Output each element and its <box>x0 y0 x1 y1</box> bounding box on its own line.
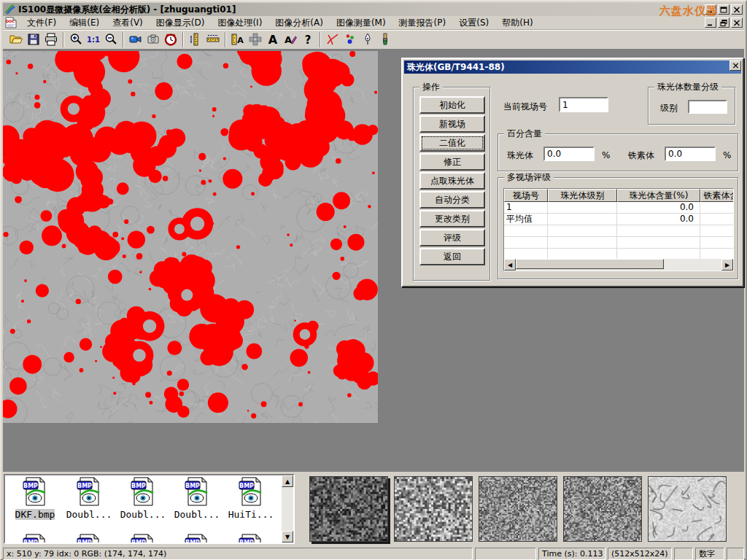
file-item-partial[interactable]: BMP <box>224 534 278 544</box>
print-icon[interactable] <box>42 31 60 48</box>
svg-text:BMP: BMP <box>239 483 254 489</box>
table-hscrollbar[interactable]: ◀▶ <box>504 259 733 271</box>
table-cell: 0.0 <box>617 202 700 213</box>
child-minimize-icon[interactable] <box>705 18 716 28</box>
zoom-out-icon[interactable] <box>102 31 120 48</box>
file-item-partial[interactable]: BMP <box>170 534 224 544</box>
document-icon[interactable]: DOC <box>4 17 18 28</box>
scroll-right-icon[interactable]: ▶ <box>721 259 733 271</box>
file-item-partial[interactable]: BMP <box>62 534 116 544</box>
pearlite-percent-input[interactable] <box>543 147 595 161</box>
workspace: 珠光体(GB/T9441-88) 操作 初始化新视场二值化修正点取珠光体自动分类… <box>3 50 744 472</box>
svg-text:BMP: BMP <box>239 540 254 545</box>
table-cell <box>700 214 734 225</box>
menu-item-8[interactable]: 测量报告(P) <box>392 16 453 30</box>
file-item[interactable]: BMPDoubl... <box>62 477 116 520</box>
camera-capture-icon[interactable] <box>144 31 162 48</box>
metallographic-image[interactable] <box>3 51 378 423</box>
minimize-icon[interactable] <box>705 4 716 15</box>
ruler-icon[interactable] <box>204 31 222 48</box>
save-icon[interactable] <box>25 31 42 48</box>
file-item[interactable]: BMPDKF.bmp <box>8 477 62 520</box>
file-item-partial[interactable]: BMP <box>8 534 62 544</box>
curve-tool-icon[interactable] <box>324 31 341 48</box>
svg-text:BMP: BMP <box>77 483 92 489</box>
op-button-2[interactable]: 新视场 <box>419 115 485 133</box>
scroll-up-icon[interactable]: ▲ <box>282 475 293 487</box>
point-picker-icon[interactable] <box>359 31 376 48</box>
caliper-icon[interactable] <box>187 31 204 48</box>
text-icon[interactable]: A <box>264 31 282 48</box>
rating-table[interactable]: 视场号珠光体级别珠光体含量(%)铁素体含量(%)10.0平均值0.0◀▶ <box>503 188 734 271</box>
menu-item-7[interactable]: 图像测量(M) <box>330 16 392 30</box>
svg-text:BMP: BMP <box>185 483 200 489</box>
table-cell: 1 <box>504 202 548 213</box>
menu-item-10[interactable]: 帮助(H) <box>495 16 539 30</box>
op-button-4[interactable]: 修正 <box>419 153 485 171</box>
table-cell <box>617 237 700 248</box>
zoom-in-icon[interactable] <box>67 31 85 48</box>
help-icon[interactable]: ? <box>299 31 317 48</box>
file-item[interactable]: BMPDoubl... <box>170 477 224 520</box>
table-row[interactable] <box>504 237 733 249</box>
menu-item-2[interactable]: 编辑(E) <box>63 16 106 30</box>
thumbnail-5[interactable] <box>648 476 727 542</box>
table-row[interactable]: 平均值0.0 <box>504 214 733 225</box>
pearlite-dialog: 珠光体(GB/T9441-88) 操作 初始化新视场二值化修正点取珠光体自动分类… <box>401 58 744 287</box>
video-capture-icon[interactable] <box>127 31 144 48</box>
child-close-icon[interactable] <box>731 18 743 28</box>
dialog-close-icon[interactable] <box>729 61 741 71</box>
application-window: IS100显微摄像系统(金相分析版) - [zhuguangti01] 六盘水仪… <box>0 0 747 560</box>
menu-item-4[interactable]: 图像显示(D) <box>150 16 212 30</box>
menu-item-1[interactable]: 文件(F) <box>20 16 63 30</box>
actual-size-icon[interactable]: 1:1 <box>85 31 102 48</box>
scroll-left-icon[interactable]: ◀ <box>504 259 516 271</box>
table-col-header[interactable]: 视场号 <box>504 189 548 202</box>
op-button-7[interactable]: 更改类别 <box>419 210 485 228</box>
annotate-icon[interactable]: A <box>282 31 299 48</box>
thumbnail-1[interactable] <box>309 476 388 542</box>
status-time: Time (s): 0.113 <box>538 548 605 560</box>
op-button-1[interactable]: 初始化 <box>419 96 485 114</box>
op-button-6[interactable]: 自动分类 <box>419 191 485 209</box>
table-row[interactable] <box>504 225 733 237</box>
hscroll-thumb[interactable] <box>516 259 664 269</box>
menu-item-6[interactable]: 图像分析(A) <box>268 16 330 30</box>
timer-icon[interactable] <box>162 31 179 48</box>
tile-icon[interactable] <box>247 31 264 48</box>
toolbar-separator <box>182 32 184 47</box>
current-view-input[interactable] <box>559 97 608 112</box>
open-icon[interactable] <box>7 31 25 48</box>
table-cell <box>548 237 617 248</box>
table-row[interactable]: 10.0 <box>504 202 733 214</box>
file-item[interactable]: BMPHuiTi... <box>224 477 278 520</box>
op-button-9[interactable]: 返回 <box>419 248 485 265</box>
hscroll-track[interactable] <box>516 259 721 271</box>
menu-item-9[interactable]: 设置(S) <box>452 16 495 30</box>
table-col-header[interactable]: 珠光体含量(%) <box>617 189 700 202</box>
dialog-title-bar[interactable]: 珠光体(GB/T9441-88) <box>404 61 741 74</box>
menu-item-5[interactable]: 图像处理(I) <box>211 16 268 30</box>
paint-brush-icon[interactable] <box>376 31 394 48</box>
op-button-3[interactable]: 二值化 <box>419 134 485 152</box>
maximize-icon[interactable] <box>718 4 729 15</box>
table-col-header[interactable]: 铁素体含量(%) <box>700 189 734 202</box>
grade-level-input[interactable] <box>688 100 727 114</box>
thumbnail-2[interactable] <box>394 476 473 542</box>
menu-item-3[interactable]: 查看(V) <box>106 16 150 30</box>
file-item[interactable]: BMPDoubl... <box>116 477 170 520</box>
phase-particles-icon[interactable] <box>341 31 359 48</box>
thumbnail-3[interactable] <box>479 476 557 542</box>
ferrite-percent-input[interactable] <box>665 147 716 161</box>
op-button-8[interactable]: 评级 <box>419 229 485 246</box>
file-scrollbar[interactable]: ▲ ▼ <box>282 475 293 542</box>
table-col-header[interactable]: 珠光体级别 <box>548 189 617 202</box>
close-icon[interactable] <box>731 4 743 15</box>
thumbnail-4[interactable] <box>563 476 642 542</box>
child-restore-icon[interactable] <box>718 18 729 28</box>
op-button-5[interactable]: 点取珠光体 <box>419 172 485 190</box>
window-title: IS100显微摄像系统(金相分析版) - [zhuguangti01] <box>18 4 236 16</box>
scroll-down-icon[interactable]: ▼ <box>282 531 293 542</box>
measure-label-icon[interactable]: A <box>229 31 247 48</box>
file-item-partial[interactable]: BMP <box>116 534 170 544</box>
